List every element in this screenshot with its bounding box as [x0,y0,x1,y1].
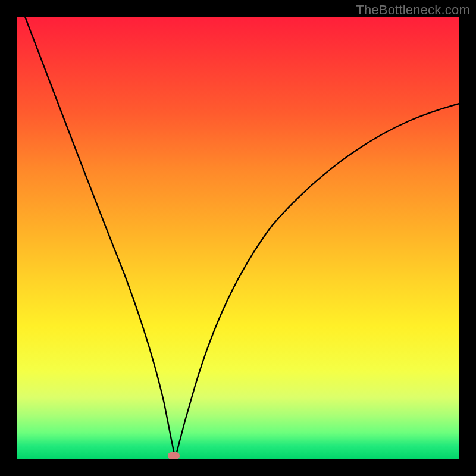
curve-svg [17,17,459,459]
optimum-marker [168,452,180,460]
bottleneck-curve-path [25,17,459,457]
chart-stage: TheBottleneck.com [0,0,476,476]
plot-area [17,17,459,459]
watermark-text: TheBottleneck.com [356,2,470,18]
